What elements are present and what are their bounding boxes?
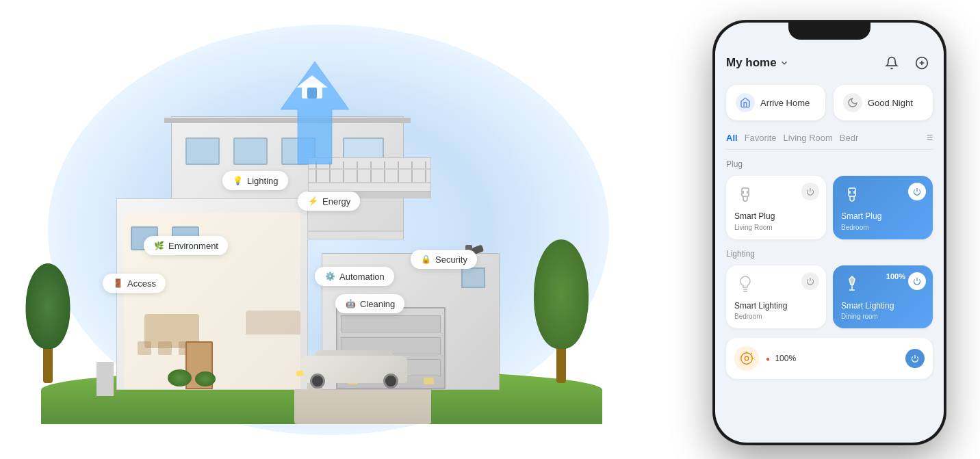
label-automation[interactable]: ⚙️ Automation xyxy=(315,267,394,286)
tab-bedroom[interactable]: Bedr xyxy=(840,133,865,143)
tab-all[interactable]: All xyxy=(726,133,745,143)
vacuum-icon xyxy=(739,351,754,366)
smart-lighting-dining-card[interactable]: 100% xyxy=(833,265,933,329)
plug-bedroom-name: Smart Plug xyxy=(841,211,925,222)
phone-container: My home xyxy=(699,21,959,451)
plug-living-room-name: Smart Plug xyxy=(734,211,818,222)
arrive-home-icon xyxy=(736,93,755,112)
tree-left xyxy=(27,280,68,383)
lamp-icon xyxy=(841,274,863,296)
plug-device-grid: Smart Plug Living Room xyxy=(726,176,933,239)
plug-section-label: Plug xyxy=(726,159,933,169)
app-header: My home xyxy=(726,47,933,85)
scene-row: Arrive Home Good Night xyxy=(726,85,933,120)
car xyxy=(298,347,411,391)
label-environment[interactable]: 🌿 Environment xyxy=(144,236,228,255)
smart-plug-bedroom-card[interactable]: Smart Plug Bedroom xyxy=(833,176,933,239)
notification-button[interactable] xyxy=(881,52,903,74)
label-cleaning[interactable]: 🤖 Cleaning xyxy=(335,294,404,313)
lighting-bedroom-room: Bedroom xyxy=(734,313,818,320)
home-title-text: My home xyxy=(726,56,777,70)
plug-bedroom-icon xyxy=(841,184,863,206)
phone-frame: My home xyxy=(713,21,946,445)
building-left xyxy=(116,198,308,390)
label-security[interactable]: 🔒 Security xyxy=(411,250,477,269)
svg-marker-0 xyxy=(281,62,349,164)
robotic-vacuum-card[interactable]: ● 100% xyxy=(726,338,933,379)
automation-icon: ⚙️ xyxy=(324,271,335,282)
house-illustration: 💡 Lighting ⚡ Energy 🌿 Environment 🔒 Secu… xyxy=(14,55,616,438)
vacuum-info: ● 100% xyxy=(766,354,899,363)
phone-screen: My home xyxy=(715,23,944,443)
security-icon: 🔒 xyxy=(420,254,431,265)
environment-icon: 🌿 xyxy=(153,240,164,251)
smart-lighting-bedroom-card[interactable]: Smart Lighting Bedroom xyxy=(726,265,826,329)
vacuum-power-icon xyxy=(911,354,919,363)
plug-living-room-power-button[interactable] xyxy=(801,183,819,200)
bell-icon xyxy=(885,56,899,70)
lighting-dining-power-button[interactable] xyxy=(908,272,926,290)
vacuum-name: ● 100% xyxy=(766,354,899,363)
good-night-label: Good Night xyxy=(868,98,913,108)
plug-icon xyxy=(734,184,756,206)
plug-bedroom-power-button[interactable] xyxy=(908,183,926,200)
tab-favorite[interactable]: Favorite xyxy=(745,133,784,143)
good-night-button[interactable]: Good Night xyxy=(834,85,933,120)
add-button[interactable] xyxy=(911,52,933,74)
cleaning-icon: 🤖 xyxy=(345,298,356,309)
lighting-dining-name: Smart Lighting xyxy=(841,301,925,312)
tab-more-icon[interactable]: ≡ xyxy=(927,131,933,144)
tab-bar: All Favorite Living Room Bedr ≡ xyxy=(726,131,933,150)
smart-plug-living-room-card[interactable]: Smart Plug Living Room xyxy=(726,176,826,239)
lighting-bedroom-power-button[interactable] xyxy=(801,272,819,290)
chevron-down-icon xyxy=(779,58,789,68)
vacuum-power-button[interactable] xyxy=(905,349,925,368)
lighting-section-label: Lighting xyxy=(726,249,933,259)
home-title-group[interactable]: My home xyxy=(726,56,789,70)
lighting-device-grid: Smart Lighting Bedroom 100% xyxy=(726,265,933,329)
lighting-dining-room: Dining room xyxy=(841,313,925,320)
label-access[interactable]: 🚪 Access xyxy=(103,274,166,293)
lighting-icon: 💡 xyxy=(232,175,243,186)
app-content: My home xyxy=(715,23,944,443)
tree-right xyxy=(534,246,589,383)
label-energy[interactable]: ⚡ Energy xyxy=(298,192,360,211)
svg-point-21 xyxy=(741,353,753,365)
arrive-home-label: Arrive Home xyxy=(760,98,810,108)
header-icons xyxy=(881,52,933,74)
energy-icon: ⚡ xyxy=(307,196,318,207)
illustration-area: 💡 Lighting ⚡ Energy 🌿 Environment 🔒 Secu… xyxy=(0,0,657,459)
good-night-icon xyxy=(843,93,862,112)
arrive-home-button[interactable]: Arrive Home xyxy=(726,85,825,120)
access-icon: 🚪 xyxy=(112,278,123,289)
vacuum-icon-wrap xyxy=(734,346,759,371)
lighting-brightness: 100% xyxy=(886,272,905,280)
lighting-bedroom-name: Smart Lighting xyxy=(734,301,818,312)
bulb-icon xyxy=(734,274,756,296)
phone-notch xyxy=(788,21,871,40)
plug-bedroom-room: Bedroom xyxy=(841,224,925,231)
plus-circle-icon xyxy=(915,56,929,70)
label-lighting[interactable]: 💡 Lighting xyxy=(222,171,288,190)
svg-point-22 xyxy=(745,356,749,360)
smart-home-arrow xyxy=(270,55,359,187)
tab-living-room[interactable]: Living Room xyxy=(784,133,840,143)
plug-living-room-room: Living Room xyxy=(734,224,818,231)
svg-rect-3 xyxy=(307,88,317,99)
